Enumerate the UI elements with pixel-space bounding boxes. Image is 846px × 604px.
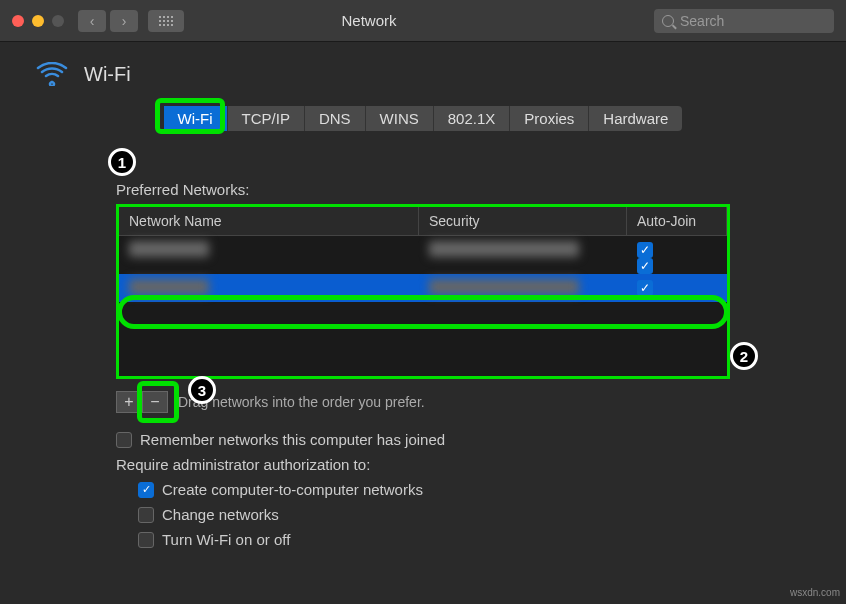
add-network-button[interactable]: + [116,391,142,413]
drag-hint: Drag networks into the order you prefer. [178,394,425,410]
window-controls [12,15,64,27]
preferred-networks-panel: Preferred Networks: Network Name Securit… [116,181,730,548]
minimize-window-button[interactable] [32,15,44,27]
tab-tcpip[interactable]: TCP/IP [228,106,305,131]
tab-dns[interactable]: DNS [305,106,366,131]
table-row[interactable]: ✓ [119,236,727,264]
search-placeholder: Search [680,13,724,29]
table-header: Network Name Security Auto-Join [119,207,727,236]
window-title: Network [84,12,654,29]
auth-label: Require administrator authorization to: [116,456,730,473]
auth-checkbox[interactable] [138,532,154,548]
zoom-window-button[interactable] [52,15,64,27]
cell-autojoin: ✓ [627,264,727,274]
watermark: wsxdn.com [790,587,840,598]
auth-option-row[interactable]: ✓Create computer-to-computer networks [138,481,730,498]
remember-checkbox[interactable] [116,432,132,448]
wifi-icon [36,62,68,86]
annotation-badge-2: 2 [730,342,758,370]
auth-options: ✓Create computer-to-computer networksCha… [138,481,730,548]
search-icon [662,15,674,27]
auth-option-row[interactable]: Turn Wi-Fi on or off [138,531,730,548]
annotation-badge-1: 1 [108,148,136,176]
tab-proxies[interactable]: Proxies [510,106,589,131]
annotation-badge-3: 3 [188,376,216,404]
table-body: ✓✓✓ [119,236,727,376]
cell-name [119,241,419,260]
autojoin-checkbox[interactable]: ✓ [637,258,653,274]
remember-row[interactable]: Remember networks this computer has join… [116,431,730,448]
auth-option-row[interactable]: Change networks [138,506,730,523]
cell-autojoin: ✓ [627,280,727,296]
auth-checkbox[interactable]: ✓ [138,482,154,498]
tab-wins[interactable]: WINS [366,106,434,131]
content: Wi-Fi Wi-FiTCP/IPDNSWINS802.1XProxiesHar… [0,42,846,576]
auth-option-label: Change networks [162,506,279,523]
table-row[interactable]: ✓ [119,264,727,274]
search-input[interactable]: Search [654,9,834,33]
auth-option-label: Turn Wi-Fi on or off [162,531,290,548]
auth-option-label: Create computer-to-computer networks [162,481,423,498]
autojoin-checkbox[interactable]: ✓ [637,280,653,296]
cell-name [119,279,419,298]
annotation-tab-highlight [155,98,225,134]
close-window-button[interactable] [12,15,24,27]
tab-hardware[interactable]: Hardware [589,106,682,131]
tab-bar: Wi-FiTCP/IPDNSWINS802.1XProxiesHardware [30,106,816,131]
col-security[interactable]: Security [419,207,627,235]
remember-label: Remember networks this computer has join… [140,431,445,448]
tab-wifi[interactable]: Wi-Fi [164,106,228,131]
col-network-name[interactable]: Network Name [119,207,419,235]
networks-table: Network Name Security Auto-Join ✓✓✓ [116,204,730,379]
titlebar: ‹ › Network Search [0,0,846,42]
auth-checkbox[interactable] [138,507,154,523]
col-autojoin[interactable]: Auto-Join [627,207,727,235]
page-header: Wi-Fi [36,62,816,86]
tab-8021x[interactable]: 802.1X [434,106,511,131]
page-title: Wi-Fi [84,63,131,86]
table-row[interactable]: ✓ [119,274,727,302]
preferred-networks-label: Preferred Networks: [116,181,730,198]
cell-security [419,241,627,260]
remove-network-button[interactable]: − [142,391,168,413]
autojoin-checkbox[interactable]: ✓ [637,242,653,258]
cell-security [419,279,627,298]
cell-autojoin: ✓ [627,242,727,258]
